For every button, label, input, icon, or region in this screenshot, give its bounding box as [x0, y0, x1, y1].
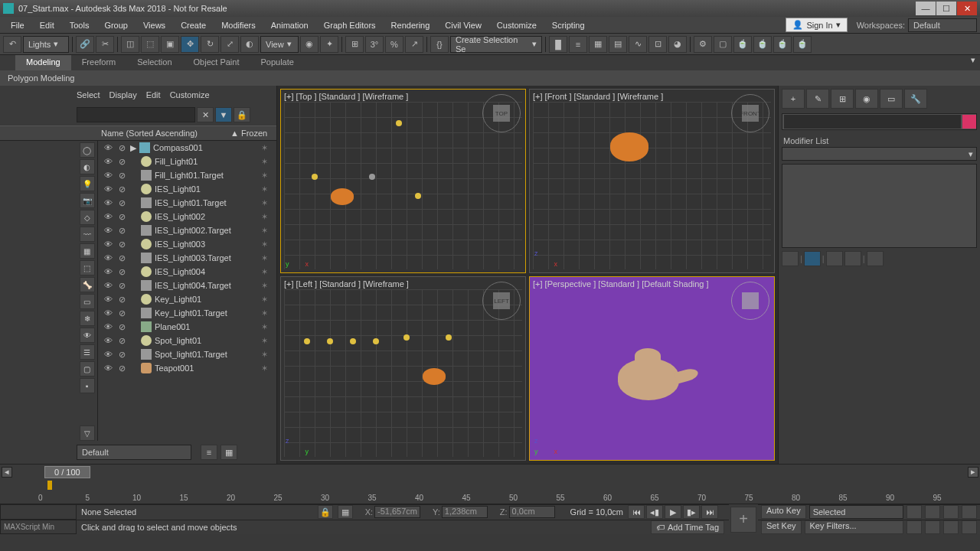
menu-civil-view[interactable]: Civil View [437, 18, 488, 32]
expand-icon[interactable]: ▶ [130, 143, 136, 153]
frozen-state-icon[interactable]: ✶ [261, 143, 276, 153]
key-mode-dropdown[interactable]: Selected [809, 505, 903, 519]
visibility-icon[interactable]: 👁 [103, 198, 113, 207]
render-setup-button[interactable]: ⚙ [694, 36, 712, 53]
freeze-icon[interactable]: ⊘ [116, 295, 127, 305]
menu-tools[interactable]: Tools [62, 18, 97, 32]
frozen-state-icon[interactable]: ✶ [261, 157, 276, 167]
play-button[interactable]: ▶ [665, 505, 681, 519]
refcoord-dropdown[interactable]: View▾ [260, 36, 299, 53]
frozen-state-icon[interactable]: ✶ [261, 364, 276, 373]
frozen-state-icon[interactable]: ✶ [261, 184, 276, 194]
freeze-icon[interactable]: ⊘ [116, 212, 127, 222]
timeline[interactable]: 0510152025303540455055606570758085909510… [0, 479, 980, 504]
frozen-state-icon[interactable]: ✶ [261, 226, 276, 236]
freeze-icon[interactable]: ⊘ [116, 226, 127, 236]
filter-xrefs-icon[interactable]: ⬚ [80, 260, 95, 276]
se-col-frozen[interactable]: ▲ Frozen [230, 129, 276, 138]
maxscript-mini[interactable]: MAXScript Min [0, 520, 77, 535]
ribbon-collapse-button[interactable]: ▾ [971, 55, 975, 70]
tab-modeling[interactable]: Modeling [15, 55, 71, 70]
visibility-icon[interactable]: 👁 [103, 350, 113, 359]
frozen-state-icon[interactable]: ✶ [261, 267, 276, 277]
visibility-icon[interactable]: 👁 [103, 212, 113, 221]
workspaces-dropdown[interactable]: Default [908, 18, 977, 32]
teapot-gizmo[interactable] [331, 188, 354, 205]
menu-scripting[interactable]: Scripting [544, 18, 593, 32]
freeze-icon[interactable]: ⊘ [116, 253, 127, 263]
cmd-tab-create[interactable]: + [782, 89, 805, 109]
viewport-top[interactable]: [+] [Top ] [Standard ] [Wireframe ] TOP … [280, 89, 526, 273]
light-gizmo[interactable] [396, 120, 402, 126]
goto-end-button[interactable]: ⏭ [701, 505, 718, 519]
se-clear-button[interactable]: ✕ [197, 107, 214, 122]
se-menu-select[interactable]: Select [77, 90, 100, 99]
cmd-tab-utilities[interactable]: 🔧 [904, 89, 927, 109]
nav-maxmin-button[interactable] [962, 520, 977, 534]
filter-none-icon[interactable]: ▢ [80, 361, 95, 377]
curve-editor-button[interactable]: ∿ [629, 36, 647, 53]
listener-field[interactable] [0, 504, 77, 520]
rotate-button[interactable]: ↻ [201, 36, 219, 53]
list-item[interactable]: 👁⊘Fill_Light01.Target✶ [98, 168, 276, 182]
render-iterate-button[interactable]: 🍵 [773, 36, 792, 53]
menu-file[interactable]: File [3, 18, 32, 32]
nav-zoom-button[interactable] [906, 505, 922, 519]
filter-spacewarps-icon[interactable]: 〰 [80, 227, 95, 242]
menu-views[interactable]: Views [136, 18, 173, 32]
object-name-input[interactable] [784, 115, 961, 129]
select-region-button[interactable]: ⬚ [141, 36, 159, 53]
menu-graph-editors[interactable]: Graph Editors [316, 18, 384, 32]
align-button[interactable]: ≡ [569, 36, 587, 53]
visibility-icon[interactable]: 👁 [103, 184, 113, 194]
se-tree[interactable]: 👁⊘▶Compass001✶👁⊘Fill_Light01✶👁⊘Fill_Ligh… [98, 141, 276, 441]
filter-helpers-icon[interactable]: ◇ [80, 210, 95, 225]
light-gizmo[interactable] [403, 334, 410, 341]
time-slider[interactable]: ◂ 0 / 100 ▸ [0, 464, 980, 479]
viewport-front-label[interactable]: [+] [Front ] [Standard ] [Wireframe ] [533, 92, 663, 101]
se-filter-button[interactable]: ▼ [215, 107, 232, 122]
frozen-state-icon[interactable]: ✶ [261, 350, 276, 360]
frozen-state-icon[interactable]: ✶ [261, 322, 276, 332]
list-item[interactable]: 👁⊘Spot_light01.Target✶ [98, 347, 276, 361]
se-menu-customize[interactable]: Customize [170, 90, 210, 99]
freeze-icon[interactable]: ⊘ [116, 157, 127, 167]
light-gizmo[interactable] [350, 338, 356, 344]
filter-invert-icon[interactable]: ▪ [80, 378, 95, 393]
filter-geometry-icon[interactable]: ◯ [80, 142, 95, 158]
selection-sets-dropdown[interactable]: Create Selection Se▾ [450, 36, 542, 53]
render-last-button[interactable]: 🍵 [753, 36, 772, 53]
coord-z[interactable]: 0,0cm [509, 506, 555, 518]
visibility-icon[interactable]: 👁 [103, 143, 113, 152]
visibility-icon[interactable]: 👁 [103, 336, 113, 345]
filter-all-icon[interactable]: ☰ [80, 344, 95, 360]
prev-frame-button[interactable]: ◂▮ [646, 505, 663, 519]
filter-cameras-icon[interactable]: 📷 [80, 193, 95, 208]
coord-y[interactable]: 1,238cm [442, 506, 488, 518]
filter-lights-icon[interactable]: 💡 [80, 176, 95, 191]
next-frame-button[interactable]: ▮▸ [683, 505, 700, 519]
visibility-icon[interactable]: 👁 [103, 226, 113, 235]
viewcube-top[interactable]: TOP [482, 94, 521, 132]
modifier-list-dropdown[interactable]: ▾ [782, 147, 977, 161]
tab-freeform[interactable]: Freeform [71, 55, 127, 70]
move-button[interactable]: ✥ [181, 36, 199, 53]
filter-container-icon[interactable]: ▭ [80, 294, 95, 309]
viewport-front[interactable]: [+] [Front ] [Standard ] [Wireframe ] FR… [529, 89, 775, 273]
freeze-icon[interactable]: ⊘ [116, 281, 127, 291]
angle-snap-button[interactable]: 3° [365, 36, 384, 53]
select-manipulate-button[interactable]: ✦ [320, 36, 338, 53]
viewcube-front[interactable]: FRONT [731, 94, 769, 132]
menu-customize[interactable]: Customize [489, 18, 544, 32]
freeze-icon[interactable]: ⊘ [116, 267, 127, 277]
unlink-button[interactable]: ✂ [96, 36, 114, 53]
se-menu-edit[interactable]: Edit [146, 90, 161, 99]
pivot-button[interactable]: ◉ [300, 36, 318, 53]
light-gizmo[interactable] [446, 334, 452, 341]
object-color-swatch[interactable] [962, 115, 976, 129]
se-search-input[interactable] [77, 107, 195, 122]
se-col-name[interactable]: Name (Sorted Ascending) [101, 129, 230, 138]
visibility-icon[interactable]: 👁 [103, 364, 113, 373]
nav-zoom-extents-button[interactable] [943, 505, 959, 519]
light-gizmo[interactable] [327, 338, 333, 344]
